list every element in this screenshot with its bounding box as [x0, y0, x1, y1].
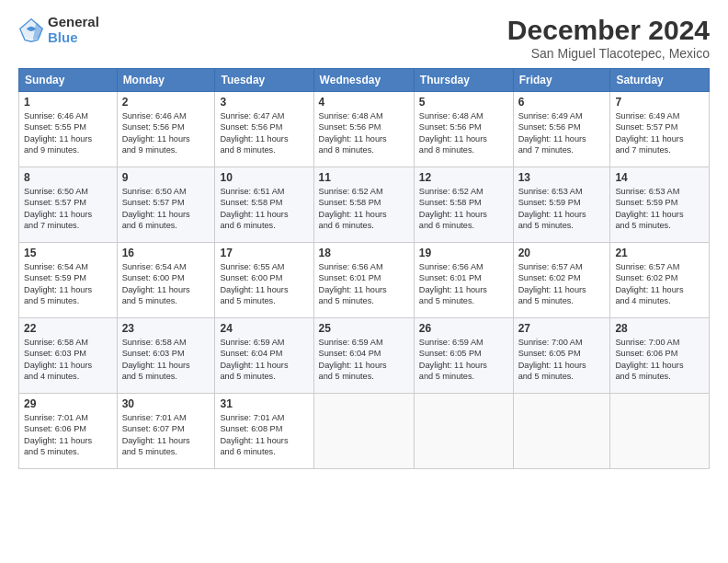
header: General Blue December 2024 San Miguel Tl…: [18, 15, 710, 61]
day-info: Sunrise: 6:55 AM Sunset: 6:00 PM Dayligh…: [220, 261, 308, 307]
location-subtitle: San Miguel Tlacotepec, Mexico: [507, 46, 710, 61]
page: General Blue December 2024 San Miguel Tl…: [0, 0, 728, 563]
day-info: Sunrise: 6:58 AM Sunset: 6:03 PM Dayligh…: [122, 337, 210, 383]
day-info: Sunrise: 7:01 AM Sunset: 6:08 PM Dayligh…: [220, 412, 308, 458]
table-row: 6Sunrise: 6:49 AM Sunset: 5:56 PM Daylig…: [513, 92, 610, 167]
day-number: 5: [419, 96, 508, 109]
day-info: Sunrise: 6:49 AM Sunset: 5:56 PM Dayligh…: [518, 110, 606, 156]
table-row: 16Sunrise: 6:54 AM Sunset: 6:00 PM Dayli…: [117, 243, 215, 318]
table-row: 2Sunrise: 6:46 AM Sunset: 5:56 PM Daylig…: [117, 92, 215, 167]
day-number: 6: [518, 96, 606, 109]
day-number: 21: [615, 247, 704, 259]
table-row: 27Sunrise: 7:00 AM Sunset: 6:05 PM Dayli…: [513, 318, 610, 394]
table-row: [610, 394, 710, 469]
day-number: 24: [220, 322, 308, 335]
day-info: Sunrise: 6:47 AM Sunset: 5:56 PM Dayligh…: [220, 110, 308, 156]
day-number: 10: [220, 171, 308, 184]
day-info: Sunrise: 6:57 AM Sunset: 6:02 PM Dayligh…: [518, 261, 606, 307]
day-info: Sunrise: 6:49 AM Sunset: 5:57 PM Dayligh…: [615, 110, 704, 156]
table-row: [513, 394, 610, 469]
logo-text: General Blue: [48, 15, 99, 45]
day-number: 23: [122, 322, 210, 335]
day-info: Sunrise: 6:56 AM Sunset: 6:01 PM Dayligh…: [419, 261, 508, 307]
day-number: 13: [518, 171, 606, 184]
table-row: 31Sunrise: 7:01 AM Sunset: 6:08 PM Dayli…: [215, 394, 313, 469]
day-number: 18: [319, 247, 409, 259]
calendar-header-row: Sunday Monday Tuesday Wednesday Thursday…: [19, 69, 710, 92]
day-number: 3: [220, 96, 308, 109]
day-info: Sunrise: 6:59 AM Sunset: 6:04 PM Dayligh…: [220, 337, 308, 383]
day-info: Sunrise: 6:59 AM Sunset: 6:05 PM Dayligh…: [419, 337, 508, 383]
header-saturday: Saturday: [610, 69, 710, 92]
day-number: 27: [518, 322, 606, 335]
day-number: 16: [122, 247, 210, 259]
day-info: Sunrise: 6:46 AM Sunset: 5:56 PM Dayligh…: [122, 110, 210, 156]
day-info: Sunrise: 6:53 AM Sunset: 5:59 PM Dayligh…: [615, 186, 704, 232]
day-info: Sunrise: 6:56 AM Sunset: 6:01 PM Dayligh…: [319, 261, 409, 307]
header-wednesday: Wednesday: [313, 69, 414, 92]
day-info: Sunrise: 7:00 AM Sunset: 6:05 PM Dayligh…: [518, 337, 606, 383]
calendar-week-row: 29Sunrise: 7:01 AM Sunset: 6:06 PM Dayli…: [19, 394, 710, 469]
table-row: 12Sunrise: 6:52 AM Sunset: 5:58 PM Dayli…: [414, 167, 513, 243]
table-row: [414, 394, 513, 469]
header-tuesday: Tuesday: [215, 69, 313, 92]
table-row: 29Sunrise: 7:01 AM Sunset: 6:06 PM Dayli…: [19, 394, 118, 469]
day-number: 4: [319, 96, 409, 109]
day-number: 25: [319, 322, 409, 335]
day-number: 26: [419, 322, 508, 335]
table-row: [313, 394, 414, 469]
table-row: 24Sunrise: 6:59 AM Sunset: 6:04 PM Dayli…: [215, 318, 313, 394]
day-number: 19: [419, 247, 508, 259]
day-number: 30: [122, 397, 210, 410]
month-title: December 2024: [507, 15, 710, 46]
calendar-table: Sunday Monday Tuesday Wednesday Thursday…: [18, 68, 710, 469]
day-info: Sunrise: 6:57 AM Sunset: 6:02 PM Dayligh…: [615, 261, 704, 307]
table-row: 5Sunrise: 6:48 AM Sunset: 5:56 PM Daylig…: [414, 92, 513, 167]
day-number: 29: [24, 397, 112, 410]
calendar-week-row: 1Sunrise: 6:46 AM Sunset: 5:55 PM Daylig…: [19, 92, 710, 167]
logo: General Blue: [18, 15, 99, 45]
day-info: Sunrise: 7:00 AM Sunset: 6:06 PM Dayligh…: [615, 337, 704, 383]
table-row: 8Sunrise: 6:50 AM Sunset: 5:57 PM Daylig…: [19, 167, 118, 243]
day-info: Sunrise: 6:54 AM Sunset: 5:59 PM Dayligh…: [24, 261, 112, 307]
header-thursday: Thursday: [414, 69, 513, 92]
logo-blue-text: Blue: [48, 30, 99, 46]
table-row: 13Sunrise: 6:53 AM Sunset: 5:59 PM Dayli…: [513, 167, 610, 243]
day-number: 17: [220, 247, 308, 259]
table-row: 9Sunrise: 6:50 AM Sunset: 5:57 PM Daylig…: [117, 167, 215, 243]
day-number: 31: [220, 397, 308, 410]
day-info: Sunrise: 6:54 AM Sunset: 6:00 PM Dayligh…: [122, 261, 210, 307]
day-info: Sunrise: 6:52 AM Sunset: 5:58 PM Dayligh…: [319, 186, 409, 232]
calendar-week-row: 22Sunrise: 6:58 AM Sunset: 6:03 PM Dayli…: [19, 318, 710, 394]
day-info: Sunrise: 6:48 AM Sunset: 5:56 PM Dayligh…: [319, 110, 409, 156]
day-info: Sunrise: 6:53 AM Sunset: 5:59 PM Dayligh…: [518, 186, 606, 232]
day-info: Sunrise: 6:51 AM Sunset: 5:58 PM Dayligh…: [220, 186, 308, 232]
logo-icon: [18, 17, 44, 43]
table-row: 4Sunrise: 6:48 AM Sunset: 5:56 PM Daylig…: [313, 92, 414, 167]
header-monday: Monday: [117, 69, 215, 92]
day-info: Sunrise: 6:52 AM Sunset: 5:58 PM Dayligh…: [419, 186, 508, 232]
day-number: 14: [615, 171, 704, 184]
day-number: 11: [319, 171, 409, 184]
table-row: 23Sunrise: 6:58 AM Sunset: 6:03 PM Dayli…: [117, 318, 215, 394]
table-row: 18Sunrise: 6:56 AM Sunset: 6:01 PM Dayli…: [313, 243, 414, 318]
calendar-week-row: 8Sunrise: 6:50 AM Sunset: 5:57 PM Daylig…: [19, 167, 710, 243]
header-sunday: Sunday: [19, 69, 118, 92]
day-info: Sunrise: 7:01 AM Sunset: 6:07 PM Dayligh…: [122, 412, 210, 458]
header-friday: Friday: [513, 69, 610, 92]
table-row: 21Sunrise: 6:57 AM Sunset: 6:02 PM Dayli…: [610, 243, 710, 318]
day-number: 15: [24, 247, 112, 259]
day-info: Sunrise: 6:58 AM Sunset: 6:03 PM Dayligh…: [24, 337, 112, 383]
day-info: Sunrise: 6:50 AM Sunset: 5:57 PM Dayligh…: [24, 186, 112, 232]
day-info: Sunrise: 6:46 AM Sunset: 5:55 PM Dayligh…: [24, 110, 112, 156]
table-row: 11Sunrise: 6:52 AM Sunset: 5:58 PM Dayli…: [313, 167, 414, 243]
table-row: 3Sunrise: 6:47 AM Sunset: 5:56 PM Daylig…: [215, 92, 313, 167]
day-number: 20: [518, 247, 606, 259]
day-info: Sunrise: 6:48 AM Sunset: 5:56 PM Dayligh…: [419, 110, 508, 156]
day-number: 22: [24, 322, 112, 335]
table-row: 22Sunrise: 6:58 AM Sunset: 6:03 PM Dayli…: [19, 318, 118, 394]
table-row: 26Sunrise: 6:59 AM Sunset: 6:05 PM Dayli…: [414, 318, 513, 394]
day-number: 7: [615, 96, 704, 109]
table-row: 28Sunrise: 7:00 AM Sunset: 6:06 PM Dayli…: [610, 318, 710, 394]
table-row: 19Sunrise: 6:56 AM Sunset: 6:01 PM Dayli…: [414, 243, 513, 318]
